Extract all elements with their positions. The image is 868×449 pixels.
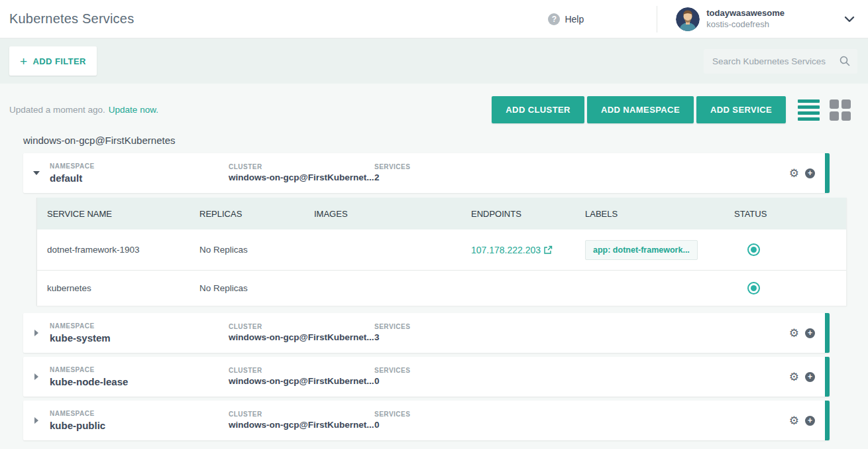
cluster-field-label: CLUSTER <box>229 162 374 172</box>
search-input[interactable] <box>704 49 857 74</box>
add-filter-label: ADD FILTER <box>33 56 86 66</box>
services-count: 0 <box>374 375 789 388</box>
grid-view-icon[interactable] <box>830 99 851 121</box>
avatar <box>676 7 700 31</box>
caret-right-icon <box>34 373 38 380</box>
main-content: Updated a moment ago. Update now. ADD CL… <box>0 84 868 440</box>
user-org: kostis-codefresh <box>706 19 785 30</box>
help-icon: ? <box>548 13 560 25</box>
namespace-field-label: NAMESPACE <box>50 322 229 331</box>
service-name: dotnet-framework-1903 <box>37 245 199 255</box>
status-healthy-icon <box>747 243 760 256</box>
expand-toggle[interactable] <box>23 330 50 336</box>
col-images: IMAGES <box>314 209 471 219</box>
card-accent-bar <box>825 313 830 353</box>
cluster-name: windows-on-gcp@FirstKubernet... <box>229 375 374 388</box>
namespace-name: kube-system <box>50 331 229 345</box>
cluster-field-label: CLUSTER <box>229 366 374 375</box>
namespace-field-label: NAMESPACE <box>50 162 229 171</box>
collapse-toggle[interactable] <box>23 171 50 175</box>
col-labels: LABELS <box>585 209 734 219</box>
services-count: 0 <box>374 419 789 432</box>
namespace-cards: NAMESPACE default CLUSTER windows-on-gcp… <box>0 153 868 440</box>
card-accent-bar <box>825 357 830 397</box>
cluster-name: windows-on-gcp@FirstKubernet... <box>229 332 374 344</box>
toolbar-row: Updated a moment ago. Update now. ADD CL… <box>0 96 868 123</box>
namespace-card-kube-public[interactable]: NAMESPACE kube-public CLUSTER windows-on… <box>23 401 830 440</box>
help-button[interactable]: ? Help <box>548 13 584 25</box>
add-icon[interactable]: + <box>805 372 815 382</box>
list-view-icon[interactable] <box>798 99 820 121</box>
services-field-label: SERVICES <box>374 322 789 332</box>
help-label: Help <box>565 14 584 25</box>
page-title: Kubernetes Services <box>9 11 134 27</box>
namespace-card-kube-system[interactable]: NAMESPACE kube-system CLUSTER windows-on… <box>23 313 830 353</box>
expand-toggle[interactable] <box>23 417 50 424</box>
services-count: 2 <box>374 172 789 184</box>
user-name: todaywasawesome <box>706 8 785 19</box>
cluster-name: windows-on-gcp@FirstKubernet... <box>229 419 374 432</box>
card-accent-bar <box>825 401 830 440</box>
namespace-card-kube-node-lease[interactable]: NAMESPACE kube-node-lease CLUSTER window… <box>23 357 830 397</box>
gear-icon[interactable]: ⚙ <box>789 328 799 339</box>
add-icon[interactable]: + <box>805 168 815 178</box>
service-name: kubernetes <box>37 283 199 293</box>
add-namespace-button[interactable]: ADD NAMESPACE <box>587 96 694 123</box>
add-icon[interactable]: + <box>805 328 815 338</box>
card-accent-bar <box>825 153 830 193</box>
service-row[interactable]: kubernetes No Replicas <box>37 270 846 306</box>
updated-status: Updated a moment ago. <box>9 105 105 115</box>
user-menu[interactable]: todaywasawesome kostis-codefresh <box>676 7 785 31</box>
endpoint-address: 107.178.222.203 <box>471 245 541 255</box>
filter-bar: + ADD FILTER <box>0 38 868 84</box>
update-now-link[interactable]: Update now. <box>109 105 158 115</box>
cluster-name: windows-on-gcp@FirstKubernet... <box>229 172 374 184</box>
chevron-down-icon[interactable] <box>843 13 856 26</box>
service-replicas: No Replicas <box>199 245 314 255</box>
add-icon[interactable]: + <box>805 416 815 426</box>
top-bar: Kubernetes Services ? Help <box>0 0 868 38</box>
status-healthy-icon <box>747 282 760 294</box>
cluster-field-label: CLUSTER <box>229 410 374 419</box>
namespace-field-label: NAMESPACE <box>50 365 229 375</box>
service-replicas: No Replicas <box>199 283 314 293</box>
cluster-field-label: CLUSTER <box>229 322 374 332</box>
caret-right-icon <box>34 417 38 424</box>
search-icon <box>839 55 851 70</box>
caret-right-icon <box>34 330 38 336</box>
cluster-group-title: windows-on-gcp@FirstKubernetes <box>0 123 868 153</box>
label-chip[interactable]: app: dotnet-framework... <box>585 240 698 260</box>
expand-toggle[interactable] <box>23 373 50 380</box>
external-link-icon <box>543 245 553 255</box>
service-row[interactable]: dotnet-framework-1903 No Replicas 107.17… <box>37 229 846 270</box>
services-field-label: SERVICES <box>374 410 789 419</box>
gear-icon[interactable]: ⚙ <box>789 415 799 426</box>
add-service-button[interactable]: ADD SERVICE <box>696 96 786 123</box>
namespace-name: kube-public <box>50 418 229 432</box>
namespace-field-label: NAMESPACE <box>50 409 229 418</box>
caret-down-icon <box>33 171 40 175</box>
col-service-name: SERVICE NAME <box>37 209 199 219</box>
services-table-header: SERVICE NAME REPLICAS IMAGES ENDPOINTS L… <box>37 198 846 229</box>
add-filter-button[interactable]: + ADD FILTER <box>9 46 97 76</box>
namespace-name: kube-node-lease <box>50 375 229 389</box>
namespace-card-default[interactable]: NAMESPACE default CLUSTER windows-on-gcp… <box>23 153 830 193</box>
services-field-label: SERVICES <box>374 162 789 172</box>
gear-icon[interactable]: ⚙ <box>789 168 799 179</box>
col-replicas: REPLICAS <box>199 209 314 219</box>
col-endpoints: ENDPOINTS <box>471 209 585 219</box>
services-field-label: SERVICES <box>374 366 789 375</box>
topbar-divider <box>657 6 657 32</box>
gear-icon[interactable]: ⚙ <box>789 371 799 383</box>
services-count: 3 <box>374 332 789 344</box>
add-cluster-button[interactable]: ADD CLUSTER <box>492 96 584 123</box>
services-table: SERVICE NAME REPLICAS IMAGES ENDPOINTS L… <box>36 198 847 306</box>
plus-icon: + <box>20 55 28 68</box>
namespace-name: default <box>50 171 229 185</box>
col-status: STATUS <box>734 209 846 219</box>
endpoint-link[interactable]: 107.178.222.203 <box>471 245 553 255</box>
search-box <box>704 49 857 74</box>
